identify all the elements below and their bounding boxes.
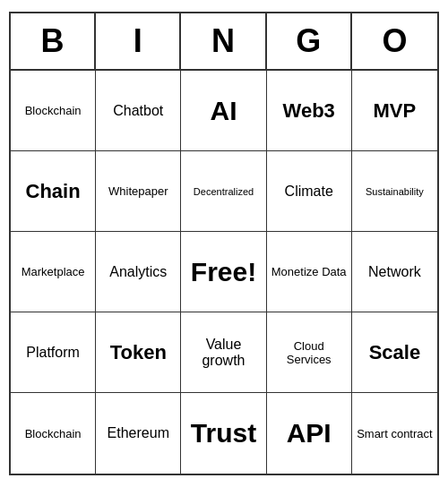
- bingo-cell-19: Scale: [352, 312, 437, 393]
- bingo-cell-6: Whitepaper: [96, 151, 181, 232]
- header-letter-N: N: [181, 13, 266, 69]
- bingo-cell-17: Value growth: [181, 312, 266, 393]
- bingo-cell-21: Ethereum: [96, 393, 181, 474]
- bingo-cell-0: Blockchain: [11, 71, 96, 151]
- bingo-cell-4: MVP: [352, 71, 437, 151]
- bingo-card: BINGO BlockchainChatbotAIWeb3MVPChainWhi…: [9, 12, 439, 475]
- bingo-cell-5: Chain: [11, 151, 96, 232]
- bingo-header: BINGO: [11, 13, 437, 71]
- bingo-cell-22: Trust: [181, 393, 266, 474]
- bingo-cell-24: Smart contract: [352, 393, 437, 474]
- bingo-cell-14: Network: [352, 232, 437, 312]
- bingo-cell-20: Blockchain: [11, 393, 96, 474]
- bingo-cell-10: Marketplace: [11, 232, 96, 312]
- bingo-cell-11: Analytics: [96, 232, 181, 312]
- header-letter-B: B: [11, 13, 96, 69]
- bingo-cell-2: AI: [181, 71, 266, 151]
- header-letter-G: G: [267, 13, 352, 69]
- bingo-cell-1: Chatbot: [96, 71, 181, 151]
- bingo-cell-13: Monetize Data: [267, 232, 352, 312]
- header-letter-I: I: [96, 13, 181, 69]
- header-letter-O: O: [352, 13, 437, 69]
- bingo-cell-18: Cloud Services: [267, 312, 352, 393]
- bingo-cell-8: Climate: [267, 151, 352, 232]
- bingo-cell-23: API: [267, 393, 352, 474]
- bingo-cell-12: Free!: [181, 232, 266, 312]
- bingo-grid: BlockchainChatbotAIWeb3MVPChainWhitepape…: [11, 71, 437, 474]
- bingo-cell-16: Token: [96, 312, 181, 393]
- bingo-cell-9: Sustainability: [352, 151, 437, 232]
- bingo-cell-15: Platform: [11, 312, 96, 393]
- bingo-cell-3: Web3: [267, 71, 352, 151]
- bingo-cell-7: Decentralized: [181, 151, 266, 232]
